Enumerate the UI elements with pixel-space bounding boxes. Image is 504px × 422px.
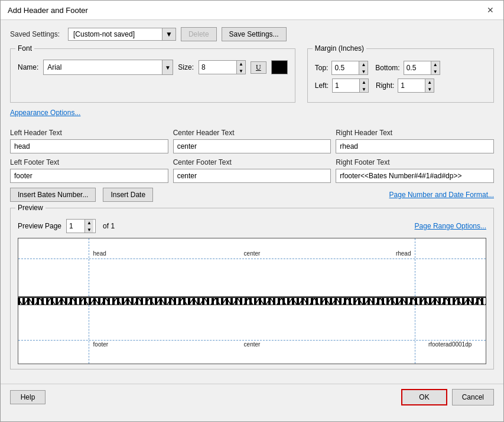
preview-header-center-text: center	[244, 250, 261, 257]
margin-right-down[interactable]: ▼	[425, 86, 434, 93]
preview-page-down[interactable]: ▼	[85, 227, 93, 234]
font-size-down[interactable]: ▼	[237, 68, 245, 75]
page-number-format-link[interactable]: Page Number and Date Format...	[389, 191, 494, 199]
saved-settings-combo[interactable]: [Custom-not saved] ▼	[68, 28, 176, 41]
right-header-field: Right Header Text	[336, 129, 494, 153]
left-footer-field: Left Footer Text	[10, 158, 168, 183]
margin-section-title: Margin (Inches)	[313, 44, 366, 53]
font-name-combo[interactable]: ▼	[43, 60, 173, 75]
margin-top-up[interactable]: ▲	[359, 61, 368, 68]
margin-left-down[interactable]: ▼	[360, 86, 368, 93]
margin-left-spinbox[interactable]: ▲ ▼	[332, 78, 369, 93]
center-header-field: Center Header Text	[173, 129, 331, 153]
font-section: Font Name: ▼ Size: ▲ ▼ U	[10, 48, 295, 103]
preview-vline-right	[415, 238, 415, 296]
preview-footer-hline	[18, 340, 486, 341]
footer-fields: Left Footer Text Center Footer Text Righ…	[10, 158, 494, 183]
margin-top-label: Top:	[315, 64, 329, 72]
margin-left-label: Left:	[315, 81, 329, 90]
left-header-field: Left Header Text	[10, 129, 168, 153]
left-header-input[interactable]	[10, 139, 168, 153]
saved-settings-arrow[interactable]: ▼	[162, 28, 176, 41]
close-button[interactable]: ✕	[485, 5, 496, 15]
center-footer-label: Center Footer Text	[173, 158, 331, 166]
font-size-arrows: ▲ ▼	[236, 61, 245, 74]
right-header-input[interactable]	[336, 139, 494, 153]
preview-vline-left	[89, 238, 89, 296]
right-footer-field: Right Footer Text	[336, 158, 494, 183]
saved-settings-label: Saved Settings:	[10, 30, 63, 38]
preview-page-up[interactable]: ▲	[85, 220, 93, 227]
right-header-label: Right Header Text	[336, 129, 494, 137]
underline-button[interactable]: U	[251, 61, 266, 74]
appearance-options-link[interactable]: Appearance Options...	[10, 109, 80, 117]
help-button[interactable]: Help	[10, 390, 45, 404]
right-footer-label: Right Footer Text	[336, 158, 494, 166]
preview-page-label: Preview Page	[18, 222, 61, 230]
preview-header-hline	[18, 259, 486, 259]
zigzag-separator	[18, 297, 486, 305]
cancel-button[interactable]: Cancel	[452, 389, 494, 405]
header-fields: Left Header Text Center Header Text Righ…	[10, 129, 494, 153]
saved-settings-row: Saved Settings: [Custom-not saved] ▼ Del…	[10, 27, 494, 41]
insert-date-button[interactable]: Insert Date	[103, 188, 153, 202]
center-header-input[interactable]	[173, 139, 331, 153]
dialog-title: Add Header and Footer	[8, 6, 88, 15]
title-bar: Add Header and Footer ✕	[1, 1, 503, 20]
font-section-title: Font	[15, 44, 34, 53]
ok-button[interactable]: OK	[401, 389, 447, 405]
preview-header-right-text: rhead	[396, 250, 411, 257]
margin-top-input[interactable]	[332, 61, 359, 74]
center-header-label: Center Header Text	[173, 129, 331, 137]
font-size-input[interactable]	[199, 61, 236, 74]
margin-right-spinbox[interactable]: ▲ ▼	[398, 78, 434, 93]
preview-header-left-text: head	[93, 250, 106, 257]
preview-footer-vline-left	[89, 305, 89, 364]
font-name-input[interactable]	[44, 60, 162, 74]
font-size-spinbox[interactable]: ▲ ▼	[199, 60, 246, 74]
preview-footer-vline-right	[415, 305, 415, 364]
preview-footer-page: footer center rfooterad0001dp	[18, 305, 486, 364]
preview-header-page: head center rhead	[18, 238, 486, 297]
right-footer-input[interactable]	[336, 169, 494, 183]
font-size-up[interactable]: ▲	[237, 61, 245, 68]
left-header-label: Left Header Text	[10, 129, 168, 137]
font-size-label: Size:	[178, 63, 194, 71]
preview-page-spinbox[interactable]: ▲ ▼	[66, 219, 96, 233]
left-footer-input[interactable]	[10, 169, 168, 183]
margin-left-up[interactable]: ▲	[360, 79, 368, 86]
save-settings-button[interactable]: Save Settings...	[222, 27, 287, 41]
margin-bottom-input[interactable]	[404, 61, 431, 74]
margin-top-down[interactable]: ▼	[359, 68, 368, 76]
margin-left-input[interactable]	[333, 79, 359, 92]
saved-settings-value: [Custom-not saved]	[68, 28, 162, 41]
margin-bottom-up[interactable]: ▲	[431, 61, 440, 68]
left-footer-label: Left Footer Text	[10, 158, 168, 166]
font-name-label: Name:	[18, 63, 38, 71]
margin-section: Margin (Inches) Top: ▲ ▼ Bottom	[307, 48, 494, 103]
delete-button[interactable]: Delete	[181, 27, 217, 41]
preview-section-title: Preview	[15, 204, 45, 212]
margin-right-up[interactable]: ▲	[425, 79, 434, 86]
preview-footer-left-text: footer	[93, 341, 109, 348]
preview-page-input[interactable]	[67, 220, 84, 233]
preview-footer-right-text: rfooterad0001dp	[428, 341, 472, 348]
insert-bates-button[interactable]: Insert Bates Number...	[10, 188, 96, 202]
margin-bottom-down[interactable]: ▼	[431, 68, 440, 76]
page-range-options-link[interactable]: Page Range Options...	[415, 222, 486, 230]
color-picker-button[interactable]	[271, 60, 288, 74]
preview-of-text: of 1	[103, 222, 115, 230]
center-footer-field: Center Footer Text	[173, 158, 331, 183]
font-name-dropdown-arrow[interactable]: ▼	[162, 60, 173, 74]
preview-footer-center-text: center	[244, 341, 261, 348]
margin-right-input[interactable]	[398, 79, 425, 92]
margin-right-label: Right:	[376, 81, 394, 90]
margin-bottom-spinbox[interactable]: ▲ ▼	[404, 61, 440, 75]
dialog-footer: Help OK Cancel	[1, 384, 503, 410]
preview-section: Preview Preview Page ▲ ▼ of 1 Page Range…	[10, 208, 494, 369]
margin-bottom-label: Bottom:	[375, 64, 399, 72]
margin-top-spinbox[interactable]: ▲ ▼	[331, 61, 368, 75]
center-footer-input[interactable]	[173, 169, 331, 183]
